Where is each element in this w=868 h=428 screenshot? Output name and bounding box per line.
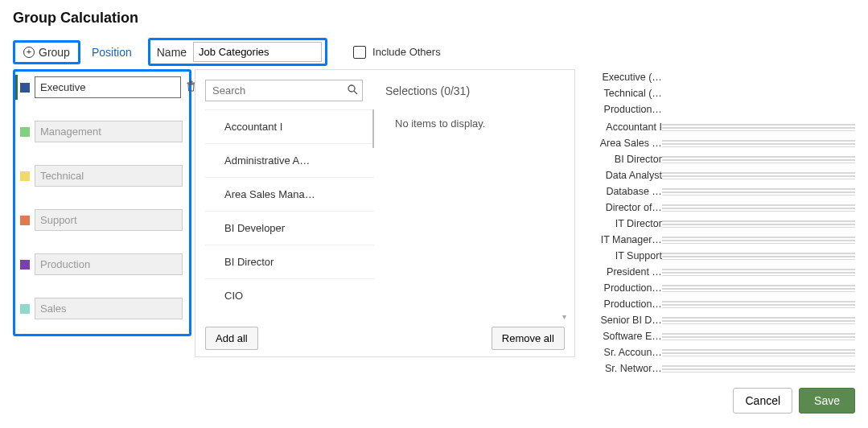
- color-swatch: [20, 260, 30, 270]
- preview-row-label: IT Manager…: [585, 234, 662, 245]
- preview-bar: [662, 172, 855, 179]
- preview-bar: [662, 140, 855, 147]
- toolbar: + Group Position Name Include Others: [13, 38, 855, 66]
- preview-bar: [662, 253, 855, 260]
- preview-row: Software E…: [585, 328, 855, 344]
- preview-row: Data Analyst: [585, 167, 855, 183]
- dialog-footer: Cancel Save: [13, 388, 855, 414]
- preview-row: Sr. Networ…: [585, 360, 855, 377]
- preview-bar: [662, 365, 855, 372]
- list-item[interactable]: BI Developer: [205, 212, 374, 245]
- preview-row: IT Support: [585, 248, 855, 264]
- scrollbar-thumb[interactable]: [372, 109, 374, 148]
- svg-line-1: [354, 91, 357, 94]
- plus-circle-icon: +: [23, 47, 35, 58]
- preview-bar: [662, 317, 855, 324]
- preview-bar: [662, 156, 855, 163]
- add-group-button[interactable]: + Group: [13, 40, 80, 64]
- preview-row: Area Sales …: [585, 135, 855, 151]
- preview-bar: [662, 237, 855, 244]
- preview-row-label: BI Director: [585, 154, 662, 165]
- selections-heading: Selections (0/31): [385, 84, 470, 97]
- preview-row: Database …: [585, 183, 855, 200]
- list-item[interactable]: Area Sales Mana…: [205, 178, 374, 212]
- preview-row-label: IT Support: [585, 250, 662, 261]
- include-others-checkbox[interactable]: [353, 46, 366, 59]
- preview-row: BI Director: [585, 151, 855, 167]
- preview-bar: [662, 269, 855, 276]
- preview-bar: [662, 349, 855, 356]
- list-item[interactable]: CIO: [205, 279, 374, 311]
- preview-row-label: Sr. Accoun…: [585, 347, 662, 358]
- include-others-label: Include Others: [372, 46, 441, 58]
- group-name-input[interactable]: [35, 298, 183, 319]
- color-swatch: [20, 127, 30, 137]
- preview-bar: [662, 124, 855, 131]
- preview-row-label: Production…: [585, 282, 662, 294]
- preview-row-label: Director of…: [585, 202, 662, 213]
- preview-row-label: Accountant I: [585, 121, 662, 133]
- preview-bar: [662, 204, 855, 212]
- group-name-input[interactable]: [35, 209, 183, 231]
- preview-row: President …: [585, 264, 855, 280]
- active-indicator: [15, 75, 18, 100]
- group-row[interactable]: [20, 253, 183, 275]
- remove-all-button[interactable]: Remove all: [492, 327, 565, 350]
- search-icon: [348, 84, 358, 97]
- chevron-down-icon[interactable]: ▾: [562, 312, 566, 321]
- preview-bar: [662, 188, 855, 195]
- group-row[interactable]: [20, 298, 183, 319]
- cancel-button[interactable]: Cancel: [733, 388, 792, 414]
- preview-row-label: Production…: [585, 298, 662, 310]
- group-name-input[interactable]: [35, 165, 183, 187]
- calculation-name-input[interactable]: [193, 42, 322, 62]
- preview-row: IT Manager…: [585, 232, 855, 248]
- search-input[interactable]: [205, 80, 363, 101]
- preview-row-label: IT Director: [585, 218, 662, 229]
- list-item[interactable]: Accountant I: [205, 109, 374, 144]
- preview-row-label: Sr. Networ…: [585, 363, 662, 374]
- name-field-block: Name: [148, 38, 327, 66]
- group-row[interactable]: [20, 209, 183, 231]
- selection-panel: Selections (0/31) Accountant I Administr…: [195, 69, 575, 357]
- preview-header: Technical (…: [585, 88, 662, 99]
- group-row[interactable]: [20, 165, 183, 187]
- save-button[interactable]: Save: [799, 388, 855, 414]
- preview-row: Production…: [585, 280, 855, 296]
- group-row[interactable]: [20, 121, 183, 142]
- list-item[interactable]: BI Director: [205, 245, 374, 279]
- available-list: Accountant I Administrative A… Area Sale…: [205, 109, 374, 311]
- group-name-input[interactable]: [35, 76, 181, 98]
- add-all-button[interactable]: Add all: [205, 327, 258, 350]
- preview-row: Director of…: [585, 200, 855, 216]
- preview-panel: Executive (… Technical (… Production… Ac…: [585, 69, 855, 377]
- color-swatch: [20, 304, 30, 314]
- include-others-wrap[interactable]: Include Others: [353, 46, 441, 59]
- group-name-input[interactable]: [35, 253, 183, 275]
- preview-row: Production…: [585, 296, 855, 312]
- search-wrap: [205, 80, 363, 101]
- list-item[interactable]: Administrative A…: [205, 144, 374, 178]
- preview-header: Executive (…: [585, 72, 662, 83]
- preview-row-label: Data Analyst: [585, 170, 662, 181]
- page-title: Group Calculation: [13, 10, 855, 27]
- preview-row-label: Database …: [585, 186, 662, 197]
- group-row[interactable]: [20, 76, 183, 98]
- svg-point-0: [348, 85, 355, 92]
- preview-bar: [662, 285, 855, 292]
- preview-bar: [662, 301, 855, 308]
- preview-row: Sr. Accoun…: [585, 344, 855, 360]
- preview-header: Production…: [585, 104, 662, 115]
- selected-list: No items to display.: [374, 109, 565, 311]
- color-swatch: [20, 83, 30, 93]
- preview-row-label: Senior BI D…: [585, 315, 662, 326]
- group-name-input[interactable]: [35, 121, 183, 142]
- preview-row-label: President …: [585, 266, 662, 278]
- color-swatch: [20, 171, 30, 181]
- preview-bar: [662, 333, 855, 340]
- preview-row: Senior BI D…: [585, 312, 855, 328]
- preview-row: IT Director: [585, 216, 855, 232]
- preview-row-label: Software E…: [585, 331, 662, 342]
- position-link[interactable]: Position: [88, 46, 135, 59]
- preview-row-label: Area Sales …: [585, 138, 662, 149]
